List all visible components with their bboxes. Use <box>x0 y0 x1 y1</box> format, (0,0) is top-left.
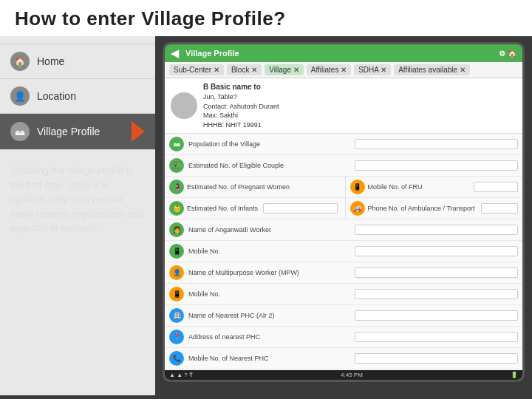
sidebar-item-location-label: Location <box>37 90 76 102</box>
row-icon: 📱 <box>169 244 184 259</box>
table-row: 📍 Address of nearest PHC <box>165 327 522 348</box>
description-text: Updating the village profile is the firs… <box>0 150 155 243</box>
home-icon: 🏠 <box>10 52 30 71</box>
profile-info: B Basic name to Jun, Table? Contact: Ash… <box>203 82 279 129</box>
form-label: Estimated No. of Infants <box>187 205 260 212</box>
form-label: Name of Anganwadi Worker <box>188 226 350 233</box>
profile-detail2: Contact: Ashutosh Durant <box>203 102 279 112</box>
table-row: 👫 Estimated No. of Eligible Couple <box>165 155 522 177</box>
row-icon-right: 📱 <box>350 180 365 194</box>
row-icon: 🏥 <box>169 308 184 323</box>
form-label: Name of Multipurpose Worker (MPW) <box>188 269 350 276</box>
arrow-indicator <box>132 121 145 142</box>
form-input[interactable] <box>355 353 518 364</box>
row-icon: 👩 <box>169 222 184 237</box>
form-input[interactable] <box>355 160 518 171</box>
profile-name: B Basic name to <box>203 82 279 92</box>
table-row: 🏥 Name of Nearest PHC (Alr 2) <box>165 305 522 327</box>
form-input[interactable] <box>355 332 518 342</box>
form-label: Estimated No. of Pregnant Women <box>187 183 338 191</box>
tab-sub-center[interactable]: Sub-Center ✕ <box>169 64 224 75</box>
statusbar-battery: 🔋 <box>511 372 518 378</box>
table-row: 👤 Name of Multipurpose Worker (MPW) <box>165 262 522 284</box>
form-label-right: Phone No. of Ambulance / Transport <box>368 205 479 212</box>
sidebar-item-home[interactable]: 🏠 Home <box>0 44 155 79</box>
back-arrow-icon[interactable]: ◀ <box>171 47 179 59</box>
tab-block[interactable]: Block ✕ <box>227 64 262 75</box>
tab-village[interactable]: Village ✕ <box>265 64 304 75</box>
sidebar: 🏠 Home 👤 Location 🏘 Village Profile Upda… <box>0 36 155 395</box>
sidebar-item-village-profile[interactable]: 🏘 Village Profile <box>0 114 155 150</box>
table-row: 🤰 Estimated No. of Pregnant Women 📱 Mobi… <box>165 177 522 198</box>
table-row: 👶 Estimated No. of Infants 🚑 Phone No. o… <box>165 198 522 219</box>
form-label: Estimated No. of Eligible Couple <box>188 162 350 169</box>
row-icon: 👫 <box>169 158 184 173</box>
statusbar-time: 4:45 PM <box>341 372 363 378</box>
tab-sdha[interactable]: SDHA ✕ <box>354 64 391 75</box>
profile-id: HHHB: NHIT 19991 <box>203 120 279 130</box>
row-icon-right: 🚑 <box>350 201 365 216</box>
table-row: 📱 Mobile No. <box>165 241 522 262</box>
tablet-mockup: ◀ Village Profile ⚙ 🏠 Sub-Center ✕ Block… <box>163 42 525 382</box>
form-input[interactable] <box>355 310 518 321</box>
form-input-right[interactable] <box>481 203 518 214</box>
tablet-topbar: ◀ Village Profile ⚙ 🏠 <box>165 44 522 62</box>
row-icon: 📍 <box>169 330 184 344</box>
form-input[interactable] <box>355 289 518 299</box>
table-row: 📞 Mobile No. of Nearest PHC <box>165 348 522 369</box>
tab-affiliates[interactable]: Affiliates ✕ <box>307 64 351 75</box>
village-profile-icon: 🏘 <box>10 122 30 141</box>
form-input[interactable] <box>355 246 518 256</box>
tab-bar: Sub-Center ✕ Block ✕ Village ✕ Affiliate… <box>165 62 522 78</box>
profile-detail1: Jun, Table? <box>203 92 279 102</box>
row-icon: 🤰 <box>169 180 184 194</box>
form-label-right: Mobile No. of FRU <box>368 183 471 191</box>
form-list: 🏘 Population of the Village 👫 Estimated … <box>165 134 522 382</box>
row-icon: 👤 <box>169 265 184 280</box>
table-row: 📱 Mobile No. <box>165 284 522 305</box>
profile-header: B Basic name to Jun, Table? Contact: Ash… <box>165 78 522 134</box>
sidebar-item-home-label: Home <box>37 55 64 67</box>
statusbar-icons: ▲ ▲ ? ₹ <box>169 372 193 378</box>
form-label: Mobile No. <box>188 248 350 255</box>
tablet-area: ◀ Village Profile ⚙ 🏠 Sub-Center ✕ Block… <box>155 36 532 395</box>
row-icon: 👶 <box>169 201 184 216</box>
avatar <box>171 92 197 119</box>
form-input[interactable] <box>355 267 518 278</box>
main-content: 🏠 Home 👤 Location 🏘 Village Profile Upda… <box>0 36 532 395</box>
tab-affiliates-available[interactable]: Affiliates available ✕ <box>394 64 470 75</box>
tablet-topbar-icons: ⚙ 🏠 <box>499 50 516 58</box>
page-title: How to enter Village Profile? <box>0 0 532 36</box>
tablet-title: Village Profile <box>185 49 239 58</box>
form-input[interactable] <box>355 225 518 235</box>
form-label: Population of the Village <box>188 140 350 148</box>
form-input-right[interactable] <box>474 182 518 192</box>
table-row: 👩 Name of Anganwadi Worker <box>165 219 522 241</box>
row-icon: 📱 <box>169 287 184 301</box>
sidebar-item-location[interactable]: 👤 Location <box>0 79 155 114</box>
row-icon: 📞 <box>169 351 184 366</box>
tablet-statusbar: ▲ ▲ ? ₹ 4:45 PM 🔋 <box>165 370 522 380</box>
form-input[interactable] <box>263 203 338 214</box>
row-icon: 🏘 <box>169 137 184 151</box>
location-icon: 👤 <box>10 86 30 106</box>
sidebar-item-village-label: Village Profile <box>37 126 100 137</box>
table-row: 🏘 Population of the Village <box>165 134 522 155</box>
form-label: Mobile No. of Nearest PHC <box>188 355 350 362</box>
form-label: Address of nearest PHC <box>188 333 350 341</box>
form-label: Name of Nearest PHC (Alr 2) <box>188 312 350 319</box>
form-input[interactable] <box>355 139 518 149</box>
profile-detail3: Max: Sakthi <box>203 111 279 120</box>
form-label: Mobile No. <box>188 290 350 298</box>
